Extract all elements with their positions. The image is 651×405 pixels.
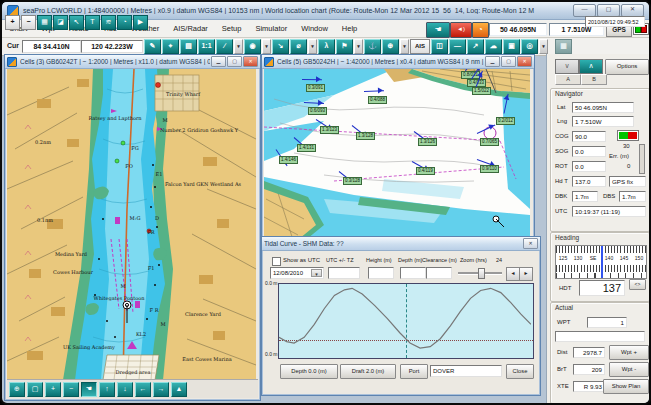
tide-column-label: Height (m) xyxy=(366,257,392,263)
menu-item[interactable]: Window xyxy=(294,24,335,33)
menu-item[interactable]: AIS/Radar xyxy=(166,24,215,33)
toolbar-button[interactable]: ◉ xyxy=(244,39,261,54)
fix-type-value: GPS fix xyxy=(609,176,646,187)
show-as-utc-checkbox[interactable] xyxy=(272,257,281,266)
status-red-light xyxy=(628,132,637,139)
toolbar-button[interactable]: — xyxy=(449,39,466,54)
chart-nav-button[interactable]: ↓ xyxy=(117,382,133,397)
heading-adjust-button[interactable]: <> xyxy=(629,279,646,290)
toolbar-button[interactable]: ▾ xyxy=(234,39,243,54)
chart-label: Cowes Harbour xyxy=(53,269,93,275)
toolbar-button[interactable]: λ xyxy=(318,39,335,54)
wpt-plus-button[interactable]: Wpt + xyxy=(609,345,649,360)
tidal-curve-title-bar[interactable]: Tidal Curve - SHM Data: ?? ✕ xyxy=(262,237,540,251)
panel-collapse-button[interactable]: ∨ xyxy=(555,59,579,74)
chart-nav-button[interactable]: + xyxy=(45,382,61,397)
menu-item[interactable]: Help xyxy=(335,24,364,33)
wpt-name-field[interactable] xyxy=(555,331,645,342)
time-popup-button[interactable]: + xyxy=(5,15,20,30)
port-name-input[interactable] xyxy=(430,365,502,377)
chart-nav-button[interactable]: ↑ xyxy=(99,382,115,397)
time-popup-button[interactable]: ▶ xyxy=(133,15,148,30)
chart-canvas-cowes[interactable]: Trinity WharfRatsey and LapthornMNumber … xyxy=(7,69,256,380)
time-popup-button[interactable]: − xyxy=(21,15,36,30)
toolbar-button[interactable]: ▦ xyxy=(555,39,572,54)
toolbar-button[interactable]: ↘ xyxy=(272,39,289,54)
depth-button[interactable]: Depth 0.0 (m) xyxy=(280,364,338,379)
chart-nav-button[interactable]: ← xyxy=(135,382,151,397)
time-popup-button[interactable]: ≋ xyxy=(101,15,116,30)
toolbar-button[interactable]: ↗ xyxy=(467,39,484,54)
tab-a[interactable]: A xyxy=(555,74,581,85)
chart-close-button[interactable]: ✕ xyxy=(243,56,258,67)
toolbar-button[interactable]: 1:1 xyxy=(198,39,215,54)
time-popup-button[interactable]: ↖ xyxy=(69,15,84,30)
chart-nav-button[interactable]: ▲ xyxy=(171,382,187,397)
chart-maximize-button[interactable]: ▢ xyxy=(227,56,242,67)
options-button[interactable]: Options xyxy=(605,59,649,75)
toolbar-button[interactable]: ✎ xyxy=(144,39,161,54)
toolbar-button[interactable]: AIS xyxy=(410,39,430,54)
port-button[interactable]: Port xyxy=(400,364,428,379)
chart-canvas-portsmouth[interactable]: 0.3/091 0.4/088 0.6/093 1.3/123 xyxy=(264,69,530,243)
chart-nav-button[interactable]: ☚ xyxy=(81,382,97,397)
tide-prev-button[interactable]: ◄ xyxy=(506,267,520,281)
mute-alarm-button[interactable]: ◄) xyxy=(450,22,472,38)
toolbar-button[interactable]: ▾ xyxy=(539,39,548,54)
tide-column-field[interactable] xyxy=(400,267,426,279)
chart-window-title-bar[interactable]: Cells (5) GB50242H | ~ 1:42000 | Metres … xyxy=(262,55,534,69)
chart-nav-button[interactable]: − xyxy=(63,382,79,397)
toolbar-button[interactable]: ▾ xyxy=(262,39,271,54)
tide-date-select[interactable]: 12/08/2010 ▾ xyxy=(270,267,324,279)
toolbar-button[interactable]: ▾ xyxy=(308,39,317,54)
tidal-curve-close-button[interactable]: ✕ xyxy=(523,238,538,249)
toolbar-button[interactable]: ▾ xyxy=(400,39,409,54)
tide-column-field[interactable] xyxy=(368,267,394,279)
chart-label: M xyxy=(162,117,167,123)
time-popup-button[interactable]: ◪ xyxy=(53,15,68,30)
toolbar-button[interactable]: ⚑ xyxy=(336,39,353,54)
chart-label: Trinity Wharf xyxy=(166,91,200,97)
alarm-status-button[interactable]: ◔ xyxy=(472,22,489,38)
pan-mode-button[interactable]: ☚ xyxy=(426,22,450,38)
tide-column-field[interactable] xyxy=(328,267,360,279)
slider-thumb[interactable] xyxy=(478,268,485,279)
draft-button[interactable]: Draft 2.0 (m) xyxy=(340,364,396,379)
toolbar-button[interactable]: ☁ xyxy=(485,39,502,54)
lat-value: 50 46.095N xyxy=(572,102,634,113)
time-popup-button[interactable]: T xyxy=(85,15,100,30)
tab-b[interactable]: B xyxy=(581,74,607,85)
tide-close-button[interactable]: Close xyxy=(506,364,534,379)
tide-next-button[interactable]: ► xyxy=(519,267,533,281)
toolbar-button[interactable]: ▾ xyxy=(354,39,363,54)
toolbar-button[interactable]: ⌀ xyxy=(290,39,307,54)
app-frame: seaPro LCWORLD | 1:48400000 | Metres | x… xyxy=(2,2,649,403)
chart-nav-button[interactable]: → xyxy=(153,382,169,397)
time-popup-button[interactable]: ▦ xyxy=(37,15,52,30)
menu-item[interactable]: Setup xyxy=(215,24,249,33)
chart-nav-button[interactable]: ▢ xyxy=(27,382,43,397)
toolbar-button[interactable]: ◫ xyxy=(431,39,448,54)
show-plan-button[interactable]: Show Plan xyxy=(603,379,649,394)
chart-close-button[interactable]: ✕ xyxy=(517,56,532,67)
datetime-field[interactable]: 2010/08/12 09:49:52 xyxy=(585,16,645,27)
chart-minimize-button[interactable]: ▁ xyxy=(211,56,226,67)
toolbar-button[interactable]: ▤ xyxy=(180,39,197,54)
menu-item[interactable]: Simulator xyxy=(248,24,294,33)
chart-minimize-button[interactable]: ▁ xyxy=(485,56,500,67)
panel-expand-button[interactable]: ∧ xyxy=(579,59,603,74)
tide-column-field[interactable] xyxy=(426,267,452,279)
time-popup-button[interactable]: ◔ xyxy=(117,15,132,30)
chart-nav-button[interactable]: ⊕ xyxy=(9,382,25,397)
chart-window-title-bar[interactable]: Cells (3) GB60242T | ~ 1:2000 | Metres |… xyxy=(5,55,260,69)
toolbar-button[interactable]: ⚓ xyxy=(364,39,381,54)
toolbar-button[interactable]: ◎ xyxy=(521,39,538,54)
chevron-down-icon[interactable]: ▾ xyxy=(311,269,322,277)
tide-zoom-slider[interactable] xyxy=(458,268,502,277)
toolbar-button[interactable]: ▣ xyxy=(503,39,520,54)
wpt-minus-button[interactable]: Wpt - xyxy=(609,362,649,377)
toolbar-button[interactable]: ⊕ xyxy=(382,39,399,54)
toolbar-button[interactable]: ⌖ xyxy=(162,39,179,54)
toolbar-button[interactable]: ∕ xyxy=(216,39,233,54)
chart-maximize-button[interactable]: ▢ xyxy=(501,56,516,67)
